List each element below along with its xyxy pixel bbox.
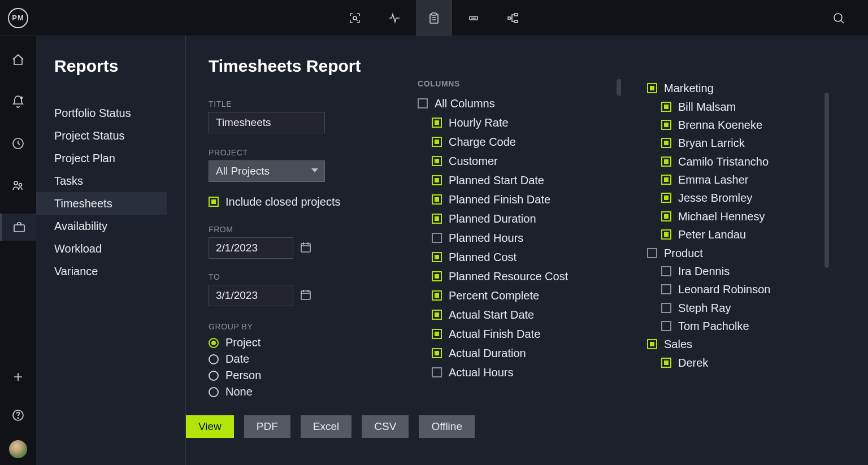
column-hourly-rate-checkbox[interactable]: Hourly Rate bbox=[432, 114, 621, 131]
columns-scrollbar[interactable] bbox=[617, 79, 621, 96]
csv-button[interactable]: CSV bbox=[362, 415, 409, 438]
scan-icon[interactable] bbox=[337, 0, 373, 36]
checkbox-icon bbox=[661, 266, 671, 276]
add-icon[interactable] bbox=[0, 363, 36, 390]
checkbox-icon bbox=[432, 290, 442, 301]
person-derek-checkbox[interactable]: Derek bbox=[661, 354, 811, 371]
checkbox-label: Marketing bbox=[664, 80, 714, 97]
checkbox-label: Planned Finish Date bbox=[449, 191, 550, 208]
briefcase-icon[interactable] bbox=[0, 214, 36, 241]
project-select[interactable]: All Projects bbox=[209, 160, 325, 182]
to-input[interactable] bbox=[209, 285, 293, 306]
person-brenna-koeneke-checkbox[interactable]: Brenna Koeneke bbox=[661, 116, 811, 133]
clock-icon[interactable] bbox=[0, 130, 36, 157]
sidebar-item-tasks[interactable]: Tasks bbox=[54, 170, 185, 192]
column-actual-cost-checkbox[interactable]: Actual Cost bbox=[432, 383, 621, 384]
person-michael-hennesy-checkbox[interactable]: Michael Hennesy bbox=[661, 208, 811, 225]
checkbox-icon bbox=[661, 229, 671, 240]
column-planned-resource-cost-checkbox[interactable]: Planned Resource Cost bbox=[432, 268, 621, 285]
sidebar-item-portfolio-status[interactable]: Portfolio Status bbox=[54, 102, 185, 124]
column-actual-hours-checkbox[interactable]: Actual Hours bbox=[432, 364, 621, 381]
column-planned-finish-date-checkbox[interactable]: Planned Finish Date bbox=[432, 191, 621, 208]
app-logo[interactable]: PM bbox=[8, 8, 28, 28]
person-camilo-tristancho-checkbox[interactable]: Camilo Tristancho bbox=[661, 153, 811, 170]
checkbox-icon bbox=[432, 367, 442, 377]
checkbox-label: Percent Complete bbox=[449, 287, 539, 304]
radio-label: Project bbox=[225, 336, 261, 349]
svg-point-13 bbox=[18, 418, 18, 418]
from-input[interactable] bbox=[209, 237, 293, 259]
title-input[interactable] bbox=[209, 112, 325, 133]
person-emma-lasher-checkbox[interactable]: Emma Lasher bbox=[661, 171, 811, 188]
checkbox-label: Hourly Rate bbox=[449, 114, 509, 131]
branch-icon[interactable] bbox=[495, 0, 531, 36]
minus-box-icon[interactable] bbox=[455, 0, 492, 36]
person-mark-larosa-checkbox[interactable]: Mark LaRosa bbox=[661, 372, 811, 375]
column-actual-duration-checkbox[interactable]: Actual Duration bbox=[432, 345, 621, 362]
person-steph-ray-checkbox[interactable]: Steph Ray bbox=[661, 299, 811, 316]
page-title: Timesheets Report bbox=[209, 57, 868, 76]
person-bill-malsam-checkbox[interactable]: Bill Malsam bbox=[661, 98, 811, 115]
checkbox-icon bbox=[432, 175, 442, 185]
sidebar-item-availability[interactable]: Availability bbox=[54, 215, 185, 237]
avatar[interactable] bbox=[9, 440, 27, 458]
sidebar-item-variance[interactable]: Variance bbox=[54, 260, 185, 283]
team-product-checkbox[interactable]: Product bbox=[647, 245, 811, 262]
team-sales-checkbox[interactable]: Sales bbox=[647, 336, 811, 353]
sidebar-item-timesheets[interactable]: Timesheets bbox=[36, 192, 167, 215]
groupby-person[interactable]: Person bbox=[209, 367, 423, 384]
people-scrollbar[interactable] bbox=[824, 93, 829, 268]
column-actual-finish-date-checkbox[interactable]: Actual Finish Date bbox=[432, 325, 621, 342]
main-panel: Timesheets Report TITLE PROJECT All Proj… bbox=[186, 36, 868, 465]
column-actual-start-date-checkbox[interactable]: Actual Start Date bbox=[432, 306, 621, 323]
radio-label: Date bbox=[225, 353, 249, 366]
person-jesse-bromley-checkbox[interactable]: Jesse Bromley bbox=[661, 189, 811, 206]
excel-button[interactable]: Excel bbox=[301, 415, 351, 438]
column-planned-cost-checkbox[interactable]: Planned Cost bbox=[432, 249, 621, 266]
project-label: PROJECT bbox=[209, 148, 423, 157]
home-icon[interactable] bbox=[0, 46, 36, 73]
checkbox-icon bbox=[661, 157, 671, 167]
checkbox-label: Camilo Tristancho bbox=[678, 153, 769, 170]
team-marketing-checkbox[interactable]: Marketing bbox=[647, 80, 811, 97]
column-customer-checkbox[interactable]: Customer bbox=[432, 153, 621, 170]
topbar-nav bbox=[337, 0, 531, 36]
include-closed-checkbox[interactable]: Include closed projects bbox=[209, 193, 423, 210]
topbar: PM bbox=[0, 0, 868, 36]
groupby-date[interactable]: Date bbox=[209, 351, 423, 367]
column-planned-start-date-checkbox[interactable]: Planned Start Date bbox=[432, 172, 621, 189]
groupby-project[interactable]: Project bbox=[209, 334, 423, 351]
help-icon[interactable] bbox=[0, 402, 36, 429]
checkbox-label: Brenna Koeneke bbox=[678, 116, 762, 133]
export-buttons: View PDF Excel CSV Offline bbox=[186, 415, 475, 465]
bell-icon[interactable] bbox=[0, 88, 36, 115]
checkbox-icon bbox=[661, 102, 671, 112]
all-columns-checkbox[interactable]: All Columns bbox=[418, 95, 621, 112]
people-icon[interactable] bbox=[0, 172, 36, 199]
calendar-icon[interactable] bbox=[299, 240, 313, 257]
search-icon[interactable] bbox=[828, 8, 849, 28]
sidebar-item-workload[interactable]: Workload bbox=[54, 237, 185, 260]
person-peter-landau-checkbox[interactable]: Peter Landau bbox=[661, 226, 811, 243]
checkbox-icon bbox=[432, 233, 442, 243]
person-bryan-larrick-checkbox[interactable]: Bryan Larrick bbox=[661, 134, 811, 151]
person-tom-pacholke-checkbox[interactable]: Tom Pacholke bbox=[661, 318, 811, 334]
person-leonard-robinson-checkbox[interactable]: Leonard Robinson bbox=[661, 281, 811, 298]
clipboard-icon[interactable] bbox=[416, 0, 452, 36]
column-percent-complete-checkbox[interactable]: Percent Complete bbox=[432, 287, 621, 304]
title-label: TITLE bbox=[209, 99, 423, 108]
column-planned-hours-checkbox[interactable]: Planned Hours bbox=[432, 229, 621, 246]
calendar-icon[interactable] bbox=[299, 288, 313, 304]
sidebar-item-project-plan[interactable]: Project Plan bbox=[54, 147, 185, 170]
checkbox-label: Customer bbox=[449, 153, 498, 170]
sidebar-item-project-status[interactable]: Project Status bbox=[54, 124, 185, 147]
offline-button[interactable]: Offline bbox=[419, 415, 475, 438]
column-planned-duration-checkbox[interactable]: Planned Duration bbox=[432, 210, 621, 227]
activity-icon[interactable] bbox=[376, 0, 413, 36]
person-ira-dennis-checkbox[interactable]: Ira Dennis bbox=[661, 263, 811, 280]
column-charge-code-checkbox[interactable]: Charge Code bbox=[432, 133, 621, 150]
view-button[interactable]: View bbox=[186, 415, 234, 438]
checkbox-icon bbox=[432, 137, 442, 147]
pdf-button[interactable]: PDF bbox=[244, 415, 290, 438]
groupby-none[interactable]: None bbox=[209, 384, 423, 400]
